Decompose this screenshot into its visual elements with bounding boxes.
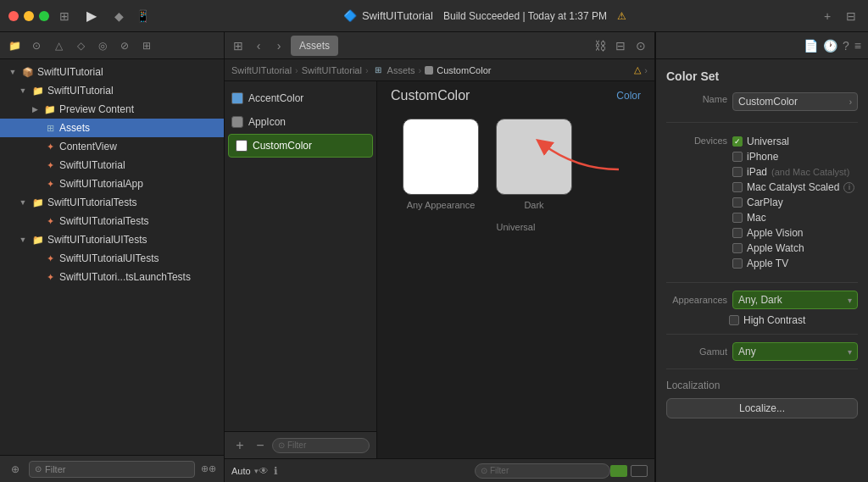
iphone-checkbox[interactable] bbox=[732, 152, 743, 162]
sidebar-item-preview-content[interactable]: ▶ 📁 Preview Content bbox=[0, 100, 224, 119]
maximize-button[interactable] bbox=[39, 11, 49, 21]
minimize-button[interactable] bbox=[24, 11, 34, 21]
back-icon[interactable]: ‹ bbox=[250, 37, 267, 54]
mac-catalyst-checkbox[interactable] bbox=[732, 182, 743, 192]
ipad-checkbox[interactable] bbox=[732, 167, 743, 177]
gamut-dropdown[interactable]: Any ▾ bbox=[732, 342, 858, 361]
list-icon[interactable]: ≡ bbox=[854, 39, 861, 53]
apple-tv-checkbox[interactable] bbox=[732, 258, 743, 269]
breadcrumb-assets[interactable]: Assets bbox=[387, 65, 415, 75]
device-label: Mac Catalyst Scaled bbox=[747, 181, 839, 193]
sidebar-item-tests-group[interactable]: ▼ 📁 SwiftUITutorialTests bbox=[0, 193, 224, 212]
run-button[interactable]: ▶ bbox=[80, 4, 103, 28]
add-asset-button[interactable]: + bbox=[231, 437, 248, 454]
nav-grid-icon[interactable]: ⊞ bbox=[137, 36, 156, 55]
asset-item-customcolor[interactable]: CustomColor bbox=[228, 134, 373, 158]
close-button[interactable] bbox=[8, 11, 19, 21]
file-icon[interactable]: 📄 bbox=[804, 39, 818, 53]
nav-folder-icon[interactable]: 📁 bbox=[5, 36, 24, 55]
sidebar-item-uitests-group[interactable]: ▼ 📁 SwiftUITutorialUITests bbox=[0, 230, 224, 249]
view-toggle-grid[interactable] bbox=[631, 465, 648, 477]
sidebar-item-contentview[interactable]: ▶ ✦ ContentView bbox=[0, 137, 224, 156]
nav-source-icon[interactable]: ⊘ bbox=[115, 36, 134, 55]
add-file-icon[interactable]: ⊕ bbox=[7, 461, 24, 478]
any-appearance-label: Any Appearance bbox=[407, 200, 476, 210]
grid-icon[interactable]: ⊞ bbox=[230, 37, 247, 54]
sidebar-item-tests-file[interactable]: ▶ ✦ SwiftUITutorialTests bbox=[0, 212, 224, 230]
color-set-title: Color Set bbox=[666, 69, 858, 83]
dark-box[interactable] bbox=[496, 119, 572, 195]
breadcrumb-project[interactable]: SwiftUITutorial bbox=[231, 65, 292, 75]
auto-select[interactable]: Auto ▾ bbox=[231, 466, 259, 476]
app-icon: 🔷 bbox=[343, 9, 357, 22]
forward-icon[interactable]: › bbox=[270, 37, 287, 54]
chevron-right-icon: › bbox=[849, 97, 852, 107]
color-button[interactable]: Color bbox=[616, 90, 641, 102]
sidebar-item-project[interactable]: ▼ 📦 SwiftUITutorial bbox=[0, 63, 224, 81]
assets-tab[interactable]: Assets bbox=[291, 36, 338, 56]
appearances-dropdown[interactable]: Any, Dark ▾ bbox=[732, 291, 858, 309]
inspector-toggle-icon[interactable]: ⊟ bbox=[843, 8, 860, 25]
sidebar-item-label: SwiftUITutorialUITests bbox=[47, 234, 147, 246]
high-contrast-checkbox[interactable] bbox=[729, 315, 739, 325]
sidebar-item-main-group[interactable]: ▼ 📁 SwiftUITutorial bbox=[0, 81, 224, 100]
view-toggle-list[interactable] bbox=[610, 465, 627, 477]
sidebar-item-label: SwiftUITutorial bbox=[59, 159, 125, 171]
device-icon[interactable]: 📱 bbox=[134, 8, 151, 25]
sidebar-item-swiftuitutorapp[interactable]: ▶ ✦ SwiftUITutorialApp bbox=[0, 175, 224, 193]
asset-item-appicon[interactable]: AppIcon bbox=[225, 110, 376, 134]
sidebar-filter[interactable]: ⊙ Filter bbox=[29, 461, 195, 478]
breadcrumb-current[interactable]: CustomColor bbox=[437, 65, 491, 75]
appearances-row: Appearances Any, Dark ▾ bbox=[656, 288, 868, 312]
info-icon[interactable]: i bbox=[843, 182, 854, 193]
nav-find-icon[interactable]: ⊙ bbox=[27, 36, 46, 55]
asset-item-accentcolor[interactable]: AccentColor bbox=[225, 86, 376, 110]
asset-editor: CustomColor Color Any Appearance Dark bbox=[377, 81, 654, 458]
scheme-icon[interactable]: ◆ bbox=[110, 8, 127, 25]
sidebar-item-launch-tests[interactable]: ▶ ✦ SwiftUITutori...tsLaunchTests bbox=[0, 268, 224, 286]
disclosure-arrow: ▼ bbox=[17, 234, 29, 246]
clock-icon[interactable]: 🕐 bbox=[823, 39, 837, 53]
universal-checkbox[interactable]: ✓ bbox=[732, 136, 743, 147]
link-icon[interactable]: ⛓ bbox=[592, 37, 609, 54]
localize-button[interactable]: Localize... bbox=[666, 398, 858, 418]
device-iphone: iPhone bbox=[732, 149, 854, 164]
sidebar-display-icon[interactable]: ⊕⊕ bbox=[200, 461, 217, 478]
add-icon[interactable]: + bbox=[819, 8, 836, 25]
info-icon[interactable]: ℹ bbox=[274, 465, 278, 477]
disclosure-arrow: ▶ bbox=[29, 103, 41, 115]
panel-icon[interactable]: ⊟ bbox=[612, 37, 629, 54]
eye-icon[interactable]: 👁 bbox=[259, 465, 269, 477]
sidebar-toggle-icon[interactable]: ⊞ bbox=[56, 8, 73, 25]
sidebar-item-label: SwiftUITutorialApp bbox=[59, 178, 143, 190]
sidebar-item-label: Assets bbox=[59, 122, 90, 134]
color-swatches: Any Appearance Dark bbox=[377, 110, 654, 219]
apple-watch-checkbox[interactable] bbox=[732, 243, 743, 253]
app-title: 🔷 SwiftUITutorial bbox=[343, 9, 433, 22]
auto-label: Auto bbox=[231, 466, 251, 476]
nav-debug-icon[interactable]: ◎ bbox=[93, 36, 112, 55]
sidebar-item-assets[interactable]: ▶ ⊞ Assets bbox=[0, 119, 224, 137]
swift-icon: ✦ bbox=[44, 141, 56, 152]
carplay-checkbox[interactable] bbox=[732, 197, 743, 208]
remove-asset-button[interactable]: − bbox=[252, 437, 269, 454]
settings-icon[interactable]: ⊙ bbox=[632, 37, 649, 54]
inspector-toolbar: 📄 🕐 ? ≡ bbox=[656, 32, 868, 59]
high-contrast-label: High Contrast bbox=[743, 314, 805, 326]
sidebar-item-swiftuitutor[interactable]: ▶ ✦ SwiftUITutorial bbox=[0, 156, 224, 175]
high-contrast-row: High Contrast bbox=[656, 312, 868, 329]
nav-warning-icon[interactable]: △ bbox=[49, 36, 68, 55]
bottom-filter[interactable]: ⊙ Filter bbox=[475, 463, 610, 479]
apple-vision-checkbox[interactable] bbox=[732, 228, 743, 238]
mac-checkbox[interactable] bbox=[732, 213, 743, 223]
sidebar-item-uitests-file[interactable]: ▶ ✦ SwiftUITutorialUITests bbox=[0, 249, 224, 268]
nav-test-icon[interactable]: ◇ bbox=[71, 36, 90, 55]
breadcrumb-group[interactable]: SwiftUITutorial bbox=[302, 65, 362, 75]
any-appearance-box[interactable] bbox=[403, 119, 479, 195]
asset-filter[interactable]: ⊙ Filter bbox=[272, 438, 370, 453]
localization-label: Localization bbox=[666, 380, 858, 391]
help-icon[interactable]: ? bbox=[843, 39, 849, 53]
device-mac: Mac bbox=[732, 210, 854, 225]
device-carplay: CarPlay bbox=[732, 195, 854, 210]
name-field[interactable]: CustomColor › bbox=[732, 92, 858, 111]
